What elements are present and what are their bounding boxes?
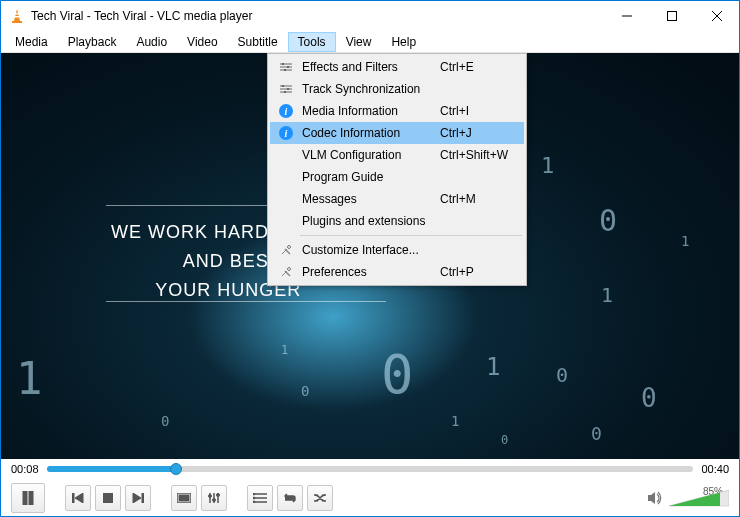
menu-item-preferences[interactable]: PreferencesCtrl+P xyxy=(270,261,524,283)
svg-rect-28 xyxy=(179,495,189,501)
menu-item-effects-and-filters[interactable]: Effects and FiltersCtrl+E xyxy=(270,56,524,78)
svg-rect-24 xyxy=(103,493,113,503)
svg-marker-23 xyxy=(75,493,83,503)
svg-marker-25 xyxy=(133,493,141,503)
svg-point-40 xyxy=(253,501,255,503)
menu-item-media-information[interactable]: iMedia InformationCtrl+I xyxy=(270,100,524,122)
video-area[interactable]: 1 0 1 1 0 1 0 0 0 0 0 1 1 0 1 WE WORK HA… xyxy=(1,53,739,459)
menu-item-track-synchronization[interactable]: Track Synchronization xyxy=(270,78,524,100)
menu-separator xyxy=(300,235,522,236)
overlay-divider xyxy=(106,301,386,302)
menu-item-label: Customize Interface... xyxy=(298,243,440,257)
previous-button[interactable] xyxy=(65,485,91,511)
svg-rect-12 xyxy=(287,66,289,68)
minimize-button[interactable] xyxy=(604,1,649,31)
menu-item-label: VLM Configuration xyxy=(298,148,440,162)
menu-item-shortcut: Ctrl+J xyxy=(440,126,520,140)
menu-tools[interactable]: Tools xyxy=(288,32,336,52)
menu-view[interactable]: View xyxy=(336,32,382,52)
menu-item-label: Preferences xyxy=(298,265,440,279)
menu-item-shortcut: Ctrl+Shift+W xyxy=(440,148,520,162)
shuffle-button[interactable] xyxy=(307,485,333,511)
svg-rect-3 xyxy=(12,21,22,23)
svg-rect-20 xyxy=(23,491,27,505)
stop-button[interactable] xyxy=(95,485,121,511)
menu-subtitle[interactable]: Subtitle xyxy=(228,32,288,52)
tools-icon xyxy=(274,243,298,257)
menu-item-label: Track Synchronization xyxy=(298,82,440,96)
info-icon: i xyxy=(274,126,298,140)
menu-item-label: Program Guide xyxy=(298,170,440,184)
info-icon: i xyxy=(274,104,298,118)
svg-rect-13 xyxy=(284,69,286,71)
menu-item-messages[interactable]: MessagesCtrl+M xyxy=(270,188,524,210)
fullscreen-button[interactable] xyxy=(171,485,197,511)
pause-button[interactable] xyxy=(11,483,45,513)
vlc-cone-icon xyxy=(9,8,25,24)
svg-point-34 xyxy=(217,493,220,496)
loop-button[interactable] xyxy=(277,485,303,511)
menu-item-label: Codec Information xyxy=(298,126,440,140)
menu-item-vlm-configuration[interactable]: VLM ConfigurationCtrl+Shift+W xyxy=(270,144,524,166)
svg-rect-11 xyxy=(282,63,284,65)
tools-dropdown: Effects and FiltersCtrl+ETrack Synchroni… xyxy=(267,53,527,286)
svg-rect-17 xyxy=(282,85,284,87)
close-button[interactable] xyxy=(694,1,739,31)
menu-item-label: Messages xyxy=(298,192,440,206)
menu-item-shortcut: Ctrl+I xyxy=(440,104,520,118)
menu-item-customize-interface[interactable]: Customize Interface... xyxy=(270,239,524,261)
svg-rect-22 xyxy=(72,493,74,503)
menubar: MediaPlaybackAudioVideoSubtitleToolsView… xyxy=(1,31,739,53)
svg-rect-21 xyxy=(29,491,33,505)
menu-audio[interactable]: Audio xyxy=(126,32,177,52)
window-title: Tech Viral - Tech Viral - VLC media play… xyxy=(31,9,604,23)
seek-bar[interactable] xyxy=(47,466,694,472)
controls-bar: 00:08 00:40 85% xyxy=(1,459,739,516)
tools-icon xyxy=(274,265,298,279)
menu-item-program-guide[interactable]: Program Guide xyxy=(270,166,524,188)
svg-rect-1 xyxy=(15,13,20,15)
sliders-icon xyxy=(274,84,298,94)
menu-item-plugins-and-extensions[interactable]: Plugins and extensions xyxy=(270,210,524,232)
svg-rect-2 xyxy=(15,16,19,18)
time-current: 00:08 xyxy=(11,463,39,475)
volume-control[interactable]: 85% xyxy=(647,488,729,508)
menu-item-label: Effects and Filters xyxy=(298,60,440,74)
maximize-button[interactable] xyxy=(649,1,694,31)
speaker-icon xyxy=(647,491,663,505)
menu-item-shortcut: Ctrl+M xyxy=(440,192,520,206)
titlebar: Tech Viral - Tech Viral - VLC media play… xyxy=(1,1,739,31)
svg-point-38 xyxy=(253,493,255,495)
svg-point-33 xyxy=(213,498,216,501)
svg-rect-5 xyxy=(667,12,676,21)
menu-item-shortcut: Ctrl+P xyxy=(440,265,520,279)
svg-point-39 xyxy=(253,497,255,499)
svg-rect-26 xyxy=(142,493,144,503)
menu-item-label: Plugins and extensions xyxy=(298,214,440,228)
menu-playback[interactable]: Playback xyxy=(58,32,127,52)
playlist-button[interactable] xyxy=(247,485,273,511)
volume-slider[interactable]: 85% xyxy=(669,488,729,508)
menu-item-codec-information[interactable]: iCodec InformationCtrl+J xyxy=(270,122,524,144)
menu-media[interactable]: Media xyxy=(5,32,58,52)
menu-item-shortcut: Ctrl+E xyxy=(440,60,520,74)
svg-marker-41 xyxy=(648,492,655,504)
svg-point-32 xyxy=(209,494,212,497)
menu-help[interactable]: Help xyxy=(381,32,426,52)
svg-marker-0 xyxy=(14,9,20,21)
seek-knob[interactable] xyxy=(170,463,182,475)
vlc-window: Tech Viral - Tech Viral - VLC media play… xyxy=(0,0,740,517)
svg-rect-18 xyxy=(287,88,289,90)
sliders-icon xyxy=(274,62,298,72)
seek-fill xyxy=(47,466,176,472)
svg-rect-19 xyxy=(284,91,286,93)
extended-settings-button[interactable] xyxy=(201,485,227,511)
menu-item-label: Media Information xyxy=(298,104,440,118)
next-button[interactable] xyxy=(125,485,151,511)
time-total: 00:40 xyxy=(701,463,729,475)
menu-video[interactable]: Video xyxy=(177,32,227,52)
